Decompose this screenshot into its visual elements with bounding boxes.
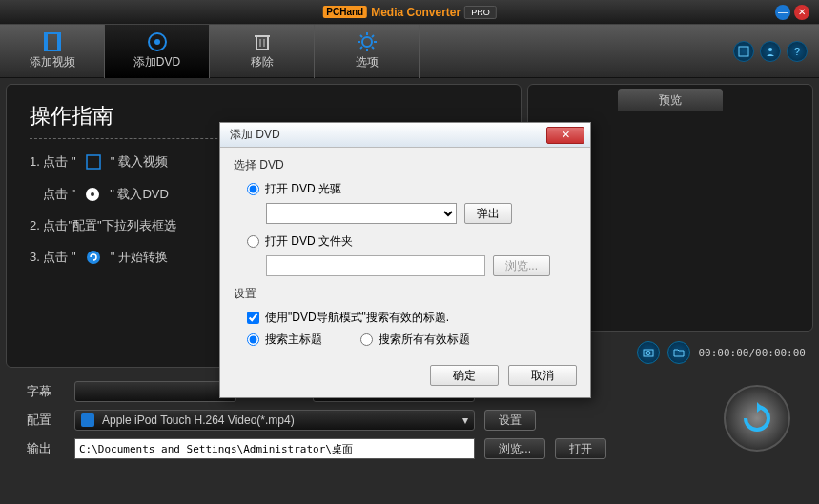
main-toolbar: 添加视频 添加DVD 移除 选项 ? bbox=[0, 25, 819, 78]
subtitle-dropdown[interactable]: ▾ bbox=[74, 381, 236, 402]
trash-icon bbox=[252, 31, 273, 52]
film-icon bbox=[84, 152, 103, 171]
settings-label: 设置 bbox=[234, 286, 577, 302]
dialog-close-button[interactable]: ✕ bbox=[546, 127, 584, 144]
help-button[interactable]: ? bbox=[787, 41, 808, 62]
output-label: 输出 bbox=[27, 440, 65, 457]
tool-label: 移除 bbox=[251, 54, 274, 71]
search-main-radio[interactable] bbox=[247, 333, 259, 346]
svg-rect-1 bbox=[45, 33, 48, 50]
svg-rect-5 bbox=[256, 36, 268, 50]
add-dvd-dialog: 添加 DVD ✕ 选择 DVD 打开 DVD 光驱 弹出 打开 DVD 文件夹 … bbox=[219, 122, 591, 398]
edition-badge: PRO bbox=[464, 6, 497, 19]
open-drive-radio[interactable] bbox=[247, 183, 259, 195]
dialog-title: 添加 DVD bbox=[230, 127, 280, 143]
open-folder-label: 打开 DVD 文件夹 bbox=[265, 233, 353, 250]
tool-label: 添加视频 bbox=[30, 54, 75, 71]
preview-tab[interactable]: 预览 bbox=[618, 89, 723, 111]
search-all-radio[interactable] bbox=[360, 333, 373, 346]
options-button[interactable]: 选项 bbox=[315, 25, 420, 78]
output-path-input[interactable] bbox=[74, 438, 475, 459]
folder-path-input[interactable] bbox=[266, 255, 485, 276]
svg-line-16 bbox=[360, 47, 362, 49]
search-all-label: 搜索所有有效标题 bbox=[379, 332, 470, 348]
svg-point-4 bbox=[154, 39, 160, 45]
refresh-icon bbox=[738, 399, 776, 437]
time-display: 00:00:00/00:00:00 bbox=[698, 347, 806, 359]
svg-point-19 bbox=[768, 48, 772, 51]
add-video-button[interactable]: 添加视频 bbox=[0, 25, 105, 78]
close-button[interactable]: ✕ bbox=[794, 5, 809, 20]
svg-point-9 bbox=[362, 37, 372, 47]
subtitle-label: 字幕 bbox=[27, 383, 65, 400]
disc-icon bbox=[83, 185, 102, 204]
folder-button[interactable] bbox=[667, 341, 690, 364]
app-title: Media Converter bbox=[371, 6, 461, 19]
tool-label: 选项 bbox=[356, 54, 379, 71]
svg-line-17 bbox=[372, 35, 374, 37]
titlebar: PCHand Media Converter PRO — ✕ bbox=[0, 0, 819, 25]
gear-icon bbox=[357, 31, 378, 52]
eject-button[interactable]: 弹出 bbox=[464, 203, 512, 224]
nav-mode-label: 使用"DVD导航模式"搜索有效的标题. bbox=[265, 310, 449, 326]
profile-label: 配置 bbox=[27, 412, 65, 429]
search-main-label: 搜索主标题 bbox=[265, 332, 322, 348]
remove-button[interactable]: 移除 bbox=[210, 25, 315, 78]
add-dvd-button[interactable]: 添加DVD bbox=[105, 25, 210, 78]
svg-point-25 bbox=[646, 352, 650, 355]
profile-dropdown[interactable]: Apple iPod Touch H.264 Video(*.mp4) ▾ bbox=[74, 410, 475, 431]
film-icon bbox=[42, 31, 63, 52]
browse-folder-button[interactable]: 浏览... bbox=[493, 255, 550, 276]
logo-badge: PCHand bbox=[322, 6, 367, 18]
select-dvd-label: 选择 DVD bbox=[234, 157, 577, 173]
svg-rect-18 bbox=[739, 47, 748, 56]
tool-label: 添加DVD bbox=[133, 54, 180, 71]
svg-point-23 bbox=[87, 251, 100, 264]
drive-select[interactable] bbox=[266, 203, 457, 224]
browse-button[interactable]: 浏览... bbox=[484, 438, 545, 459]
account-button[interactable] bbox=[760, 41, 781, 62]
cancel-button[interactable]: 取消 bbox=[508, 365, 577, 386]
svg-rect-2 bbox=[57, 33, 60, 50]
app-title-group: PCHand Media Converter PRO bbox=[322, 6, 496, 19]
open-drive-label: 打开 DVD 光驱 bbox=[265, 181, 341, 197]
open-folder-radio[interactable] bbox=[247, 235, 259, 248]
svg-line-14 bbox=[360, 35, 362, 37]
device-icon bbox=[81, 413, 94, 427]
dialog-titlebar[interactable]: 添加 DVD ✕ bbox=[220, 123, 590, 148]
snapshot-button[interactable] bbox=[637, 341, 660, 364]
ok-button[interactable]: 确定 bbox=[430, 365, 499, 386]
open-button[interactable]: 打开 bbox=[555, 438, 606, 459]
svg-point-22 bbox=[91, 192, 94, 196]
convert-button[interactable] bbox=[724, 385, 790, 452]
svg-line-15 bbox=[372, 47, 374, 49]
chevron-down-icon: ▾ bbox=[462, 413, 468, 427]
skin-button[interactable] bbox=[733, 41, 754, 62]
minimize-button[interactable]: — bbox=[775, 5, 790, 20]
settings-button[interactable]: 设置 bbox=[484, 410, 536, 431]
disc-icon bbox=[147, 31, 168, 52]
svg-rect-20 bbox=[87, 155, 100, 169]
nav-mode-checkbox[interactable] bbox=[247, 312, 259, 324]
convert-icon bbox=[84, 248, 103, 267]
